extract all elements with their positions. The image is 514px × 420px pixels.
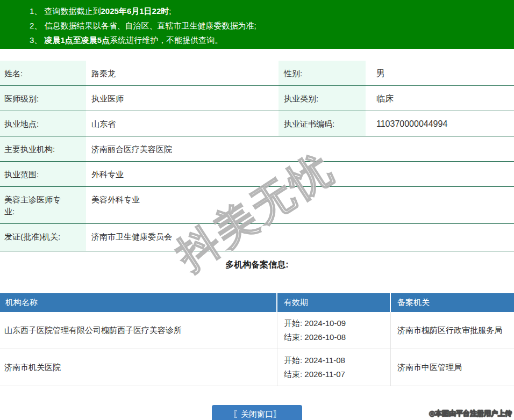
- notice-text-bold: 凌晨1点至凌晨5点: [45, 35, 110, 45]
- notice-line-1: 1、 查询数据截止到2025年6月1日22时;: [30, 4, 509, 18]
- section-title-multi-institution: 多机构备案信息:: [0, 259, 514, 270]
- cell-validity-period: 开始: 2024-10-09 结束: 2026-10-08: [277, 312, 391, 349]
- field-value-name: 路秦龙: [86, 61, 279, 85]
- field-value-practice-location: 山东省: [86, 111, 279, 136]
- field-label-cosmetic-specialty: 美容主诊医师专业:: [0, 187, 86, 223]
- field-label-main-institution: 主要执业机构:: [0, 136, 86, 161]
- footer: 〖关闭窗口〗: [0, 405, 514, 420]
- info-row-level-category: 医师级别: 执业医师 执业类别: 临床: [0, 86, 514, 111]
- cell-institution-name: 济南市机关医院: [0, 349, 277, 386]
- field-value-doctor-level: 执业医师: [86, 86, 279, 111]
- notice-text: 系统进行维护，不能提供查询。: [110, 35, 223, 45]
- cell-filing-authority: 济南市中医管理局: [391, 349, 514, 386]
- cell-filing-authority: 济南市槐荫区行政审批服务局: [391, 312, 514, 349]
- validity-start: 开始: 2024-11-08: [284, 353, 387, 367]
- notice-text: 信息数据结果以各省、自治区、直辖市卫生健康委数据为准;: [45, 21, 256, 30]
- field-label-practice-category: 执业类别:: [279, 86, 366, 111]
- field-value-main-institution: 济南丽合医疗美容医院: [86, 136, 514, 161]
- field-label-certificate-number: 执业证书编码:: [279, 111, 366, 136]
- filing-table: 机构名称 有效期 备案机关 山东西子医院管理有限公司槐荫西子医疗美容诊所 开始:…: [0, 293, 514, 386]
- column-header-filing-authority: 备案机关: [391, 293, 514, 312]
- field-value-issuing-authority: 济南市卫生健康委员会: [86, 224, 514, 251]
- field-value-gender: 男: [366, 61, 514, 85]
- notice-text-bold: 2025年6月1日22时: [101, 6, 169, 16]
- query-result-page: 1、 查询数据截止到2025年6月1日22时; 2、 信息数据结果以各省、自治区…: [0, 0, 514, 420]
- filing-table-header: 机构名称 有效期 备案机关: [0, 293, 514, 312]
- info-row-issuing-authority: 发证(批准)机关: 济南市卫生健康委员会: [0, 224, 514, 251]
- field-value-practice-scope: 外科专业: [86, 162, 514, 186]
- notice-text: ;: [169, 6, 171, 16]
- field-label-doctor-level: 医师级别:: [0, 86, 86, 111]
- field-value-certificate-number: 110370000044994: [366, 111, 514, 136]
- field-label-practice-location: 执业地点:: [0, 111, 86, 136]
- info-row-location-certno: 执业地点: 山东省 执业证书编码: 110370000044994: [0, 111, 514, 136]
- notice-number: 1、: [30, 6, 45, 16]
- table-row: 山东西子医院管理有限公司槐荫西子医疗美容诊所 开始: 2024-10-09 结束…: [0, 312, 514, 349]
- close-window-button[interactable]: 〖关闭窗口〗: [212, 405, 302, 420]
- field-label-name: 姓名:: [0, 61, 86, 85]
- field-value-practice-category: 临床: [366, 86, 514, 111]
- info-row-main-institution: 主要执业机构: 济南丽合医疗美容医院: [0, 136, 514, 162]
- cell-validity-period: 开始: 2024-11-08 结束: 2026-11-07: [277, 349, 391, 386]
- notice-text: 查询数据截止到: [45, 6, 101, 16]
- cell-institution-name: 山东西子医院管理有限公司槐荫西子医疗美容诊所: [0, 312, 277, 349]
- info-row-cosmetic-specialty: 美容主诊医师专业: 美容外科专业: [0, 187, 514, 224]
- notice-number: 3、: [30, 35, 45, 45]
- column-header-validity-period: 有效期: [277, 293, 390, 312]
- info-row-name-gender: 姓名: 路秦龙 性别: 男: [0, 61, 514, 86]
- column-header-institution-name: 机构名称: [0, 293, 276, 312]
- info-row-practice-scope: 执业范围: 外科专业: [0, 162, 514, 187]
- notice-line-2: 2、 信息数据结果以各省、自治区、直辖市卫生健康委数据为准;: [30, 18, 509, 33]
- field-label-practice-scope: 执业范围:: [0, 162, 86, 186]
- field-label-gender: 性别:: [279, 61, 366, 85]
- field-value-cosmetic-specialty: 美容外科专业: [86, 187, 514, 223]
- validity-end: 结束: 2026-11-07: [284, 367, 387, 381]
- validity-end: 结束: 2026-10-08: [284, 330, 387, 344]
- notice-banner: 1、 查询数据截止到2025年6月1日22时; 2、 信息数据结果以各省、自治区…: [0, 0, 514, 49]
- field-label-issuing-authority: 发证(批准)机关:: [0, 224, 86, 251]
- doctor-info-table: 姓名: 路秦龙 性别: 男 医师级别: 执业医师 执业类别: 临床 执业地点: …: [0, 61, 514, 251]
- notice-number: 2、: [30, 21, 45, 30]
- validity-start: 开始: 2024-10-09: [284, 316, 387, 330]
- table-row: 济南市机关医院 开始: 2024-11-08 结束: 2026-11-07 济南…: [0, 349, 514, 386]
- notice-line-3: 3、 凌晨1点至凌晨5点系统进行维护，不能提供查询。: [30, 33, 509, 47]
